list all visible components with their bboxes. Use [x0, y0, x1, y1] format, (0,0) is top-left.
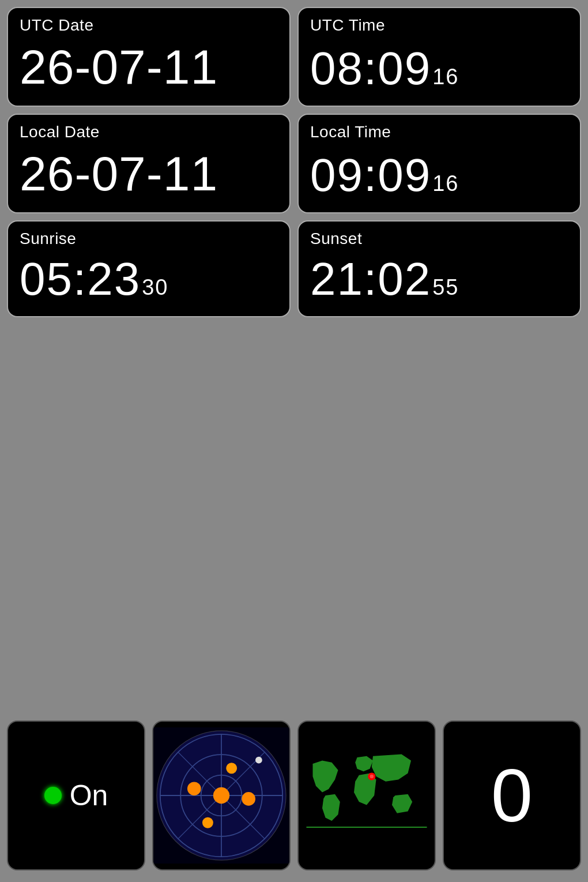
counter-value: 0	[491, 752, 533, 839]
utc-date-value: 26-07-11	[20, 39, 278, 95]
svg-point-12	[226, 763, 237, 774]
local-time-seconds: 16	[432, 171, 459, 196]
utc-time-card: UTC Time 08:0916	[297, 7, 581, 107]
svg-point-11	[242, 792, 255, 806]
on-label: On	[70, 779, 108, 812]
local-time-value: 09:0916	[310, 149, 568, 202]
local-time-main: 09:09	[310, 149, 431, 202]
sunset-label: Sunset	[310, 230, 568, 248]
local-date-label: Local Date	[20, 123, 278, 141]
radar-svg	[153, 722, 289, 869]
local-time-card: Local Time 09:0916	[297, 114, 581, 213]
green-status-dot	[44, 787, 62, 804]
worldmap-card[interactable]	[297, 720, 436, 870]
utc-date-card: UTC Date 26-07-11	[7, 7, 291, 107]
utc-time-main: 08:09	[310, 42, 431, 95]
counter-card[interactable]: 0	[443, 720, 581, 870]
status-card[interactable]: On	[7, 720, 145, 870]
radar-card[interactable]	[152, 720, 291, 870]
local-date-card: Local Date 26-07-11	[7, 114, 291, 213]
utc-time-seconds: 16	[432, 65, 459, 89]
sunrise-main: 05:23	[20, 253, 141, 306]
sunrise-card: Sunrise 05:2330	[7, 220, 291, 317]
local-date-value: 26-07-11	[20, 146, 278, 202]
svg-point-13	[202, 817, 213, 828]
svg-point-9	[213, 787, 229, 804]
local-time-label: Local Time	[310, 123, 568, 141]
svg-point-14	[255, 757, 262, 764]
sunrise-value: 05:2330	[20, 253, 278, 306]
svg-point-10	[187, 782, 201, 795]
on-indicator: On	[44, 779, 108, 812]
sunrise-seconds: 30	[142, 275, 168, 300]
utc-date-label: UTC Date	[20, 16, 278, 35]
utc-time-value: 08:0916	[310, 42, 568, 95]
utc-time-label: UTC Time	[310, 16, 568, 35]
bottom-bar: On	[7, 720, 581, 870]
sunset-main: 21:02	[310, 253, 431, 306]
sunset-seconds: 55	[432, 275, 459, 300]
worldmap-svg	[303, 738, 430, 853]
svg-point-17	[370, 775, 374, 779]
sunset-card: Sunset 21:0255	[297, 220, 581, 317]
sunset-value: 21:0255	[310, 253, 568, 306]
sunrise-label: Sunrise	[20, 230, 278, 248]
